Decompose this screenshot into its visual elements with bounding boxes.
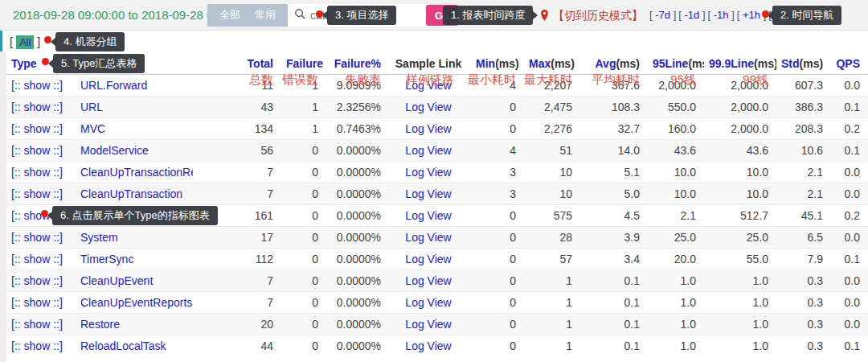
cell-p95: 25.0 (648, 226, 704, 248)
type-name-link[interactable]: URL.Forward (80, 79, 147, 92)
cell-failure: 0 (281, 313, 326, 335)
cell-min: 4 (471, 74, 524, 96)
type-show-link[interactable]: [:: show ::] (11, 166, 63, 179)
cell-failure_pct: 0.0000% (326, 335, 389, 356)
log-view-link[interactable]: Log View (405, 122, 451, 135)
cell-failure_pct: 0.0000% (326, 248, 389, 269)
tooltip-type-table: 5. Type汇总表格 (53, 54, 145, 73)
cell-failure_pct: 0.0000% (326, 313, 389, 335)
type-name-link[interactable]: CleanUpEvent (80, 274, 153, 287)
column-header-min[interactable]: Min(ms) (471, 53, 524, 74)
history-mode-link[interactable]: 【切到历史模式】 (540, 0, 643, 31)
type-show-link[interactable]: [:: show ::] (11, 122, 63, 135)
cell-qps: 0.1 (831, 248, 868, 269)
filter-common-button[interactable]: 常用 (248, 8, 283, 23)
time-nav-link[interactable]: [ -1d ] (678, 9, 705, 21)
cell-p95: 550.0 (648, 96, 704, 117)
cell-p999: 2,000.0 (704, 96, 776, 117)
cell-total: 44 (193, 335, 281, 356)
cell-p95: 10.0 (648, 183, 704, 204)
cell-std: 7.9 (776, 248, 831, 269)
cell-failure: 0 (281, 248, 326, 269)
cell-std: 45.1 (776, 204, 831, 226)
cell-qps: 0.1 (831, 139, 868, 161)
table-row: [:: show ::]ReloadLocalTask4400.0000%Log… (6, 335, 868, 356)
type-show-link[interactable]: [:: show ::] (11, 187, 63, 200)
log-view-link[interactable]: Log View (405, 79, 451, 92)
cell-failure: 0 (281, 269, 326, 291)
type-show-link[interactable]: [:: show ::] (11, 318, 63, 331)
filter-all-button[interactable]: 全部 (212, 8, 248, 23)
column-header-95line[interactable]: 95Line(ms) (648, 53, 704, 74)
column-header-max[interactable]: Max(ms) (524, 53, 580, 74)
cell-min: 0 (471, 335, 524, 356)
log-view-link[interactable]: Log View (405, 144, 451, 157)
cell-qps: 0.2 (831, 204, 868, 226)
cell-std: 6.5 (776, 226, 831, 248)
tooltip-time-navigation: 2. 时间导航 (772, 6, 841, 25)
cell-failure_pct: 9.0909% (326, 74, 389, 96)
cell-std: 10.6 (776, 139, 831, 161)
column-header-std[interactable]: Std(ms) (776, 53, 831, 74)
log-view-link[interactable]: Log View (405, 101, 451, 113)
cell-min: 0 (471, 291, 524, 313)
cell-total: 7 (193, 269, 281, 291)
log-view-link[interactable]: Log View (405, 187, 451, 200)
column-header-total[interactable]: Total (193, 53, 281, 74)
column-header-qps[interactable]: QPS (831, 53, 868, 74)
table-row: [:: show ::]CleanUpTransactionReports700… (6, 161, 868, 183)
type-show-link[interactable]: [:: show ::] (11, 339, 63, 352)
cell-avg: 5.0 (580, 183, 648, 204)
log-view-link[interactable]: Log View (405, 253, 451, 265)
type-name-link[interactable]: ModelService (80, 144, 149, 157)
column-header-avg[interactable]: Avg(ms) (580, 53, 648, 74)
type-show-link[interactable]: [:: show ::] (11, 144, 63, 157)
type-show-link[interactable]: [:: show ::] (11, 274, 63, 287)
column-header-failure-[interactable]: Failure% (326, 53, 389, 74)
type-name-link[interactable]: ReloadLocalTask (80, 339, 166, 352)
type-name-link[interactable]: MVC (80, 122, 105, 135)
type-name-link[interactable]: CleanUpTransaction (80, 187, 182, 200)
type-name-link[interactable]: System (80, 231, 118, 244)
left-accent-bar (0, 31, 2, 51)
log-view-link[interactable]: Log View (405, 274, 451, 287)
log-view-link[interactable]: Log View (405, 209, 451, 222)
type-name-link[interactable]: TimerSync (80, 253, 133, 265)
machine-group-all[interactable]: All (16, 35, 34, 49)
type-name-link[interactable]: Restore (80, 318, 120, 331)
type-name-link[interactable]: CleanUpTransactionReports (80, 166, 193, 179)
type-show-link[interactable]: [:: show ::] (11, 253, 63, 265)
type-show-link[interactable]: [:: show ::] (11, 101, 63, 113)
type-show-link[interactable]: [:: show ::] (11, 231, 63, 244)
type-summary-table: TypeTotalFailureFailure%Sample LinkMin(m… (6, 53, 868, 356)
log-view-link[interactable]: Log View (405, 339, 451, 352)
time-nav-link[interactable]: [ -1h ] (708, 9, 735, 21)
log-view-link[interactable]: Log View (405, 296, 451, 309)
time-nav-link[interactable]: [ -7d ] (649, 9, 676, 21)
column-header-failure[interactable]: Failure (281, 53, 326, 74)
log-view-link[interactable]: Log View (405, 166, 451, 179)
cell-total: 7 (193, 161, 281, 183)
cell-qps: 0.1 (831, 96, 868, 117)
column-header-99.9line[interactable]: 99.9Line(ms) (704, 53, 776, 74)
type-name-link[interactable]: URL (80, 101, 103, 113)
cell-avg: 5.1 (580, 161, 648, 183)
column-header-sample-link: Sample Link (389, 53, 471, 74)
cell-p95: 20.0 (648, 248, 704, 269)
cell-qps: 0.2 (831, 117, 868, 139)
cell-max: 57 (524, 248, 580, 269)
log-view-link[interactable]: Log View (405, 318, 451, 331)
bracket: ] (37, 35, 40, 48)
tooltip-machine-group: 4. 机器分组 (55, 32, 125, 51)
type-show-link[interactable]: [:: show ::] (11, 296, 63, 309)
cell-p999: 1.0 (704, 335, 776, 356)
cell-total: 112 (193, 248, 281, 269)
log-view-link[interactable]: Log View (405, 231, 451, 244)
type-name-link[interactable]: CleanUpEventReports (80, 296, 192, 309)
cell-qps: 0.0 (831, 313, 868, 335)
cell-max: 1 (524, 269, 580, 291)
cell-p999: 1.0 (704, 291, 776, 313)
cell-avg: 0.1 (580, 291, 648, 313)
table-row: [:: show ::]URL.Forward1119.0909%Log Vie… (6, 74, 868, 96)
type-show-link[interactable]: [:: show ::] (11, 79, 63, 92)
